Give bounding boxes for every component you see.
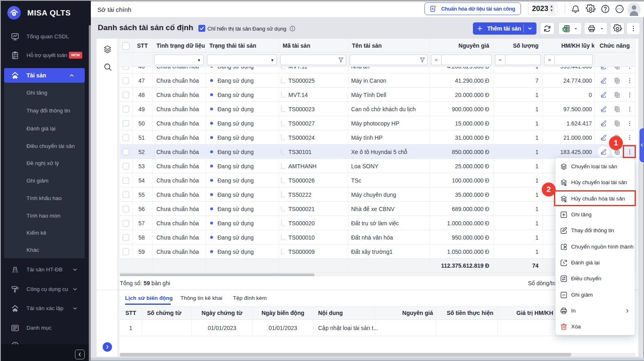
svg-text:X: X — [563, 28, 566, 31]
